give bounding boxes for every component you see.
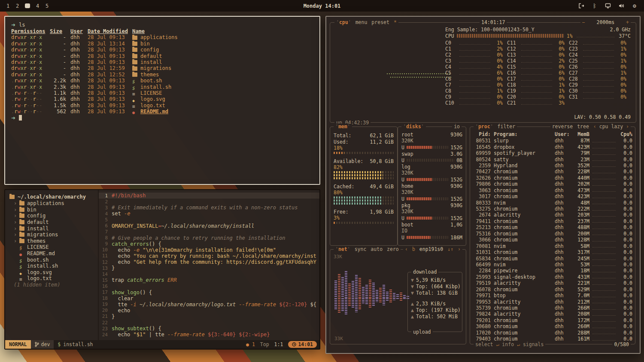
net-auto-button[interactable]: auto (371, 246, 383, 252)
prev-sort-icon[interactable]: ‹ (593, 124, 596, 130)
logout-icon[interactable] (578, 3, 585, 9)
process-row[interactable]: 79411 chromium dhh 237M 0.0 (474, 218, 632, 224)
proc-title[interactable]: proc (478, 124, 490, 130)
file-tree-item[interactable]: › applications (9, 200, 98, 207)
process-cpu: 0.0 (620, 212, 632, 218)
process-cpu-graph (592, 338, 616, 341)
process-row[interactable]: 2674 alacritty dhh 203M 0.0 (474, 212, 632, 218)
process-row[interactable]: 80524 satty dhh 23M 0.0 (474, 156, 632, 162)
scroll-down-icon[interactable]: ↓ (629, 335, 632, 341)
terminal-prompt[interactable]: ➜ (11, 115, 313, 121)
interval-increase-button[interactable]: + (626, 19, 629, 25)
process-row[interactable]: 16545 dropbox dhh 423M 0.0 (474, 144, 632, 150)
process-row[interactable]: 32626 chromium dhh 440M 0.0 (474, 175, 632, 181)
program-header[interactable]: Program: (494, 131, 552, 137)
network-icon[interactable] (605, 3, 611, 9)
process-row[interactable]: 80531 slurp dhh 87M 0.0 (474, 138, 632, 144)
file-permissions: drwxr-xr-x (11, 47, 46, 53)
filter-button[interactable]: filter (498, 124, 516, 130)
mem-title[interactable]: mem (338, 124, 347, 130)
process-row[interactable]: 35739 chromium dhh 266M 0.0 (474, 305, 632, 311)
select-hint[interactable]: select (475, 341, 493, 347)
process-row[interactable]: 79806 chromium dhh 202M 0.0 (474, 181, 632, 187)
net-sync-button[interactable]: sync (355, 246, 367, 252)
process-row[interactable]: 25213 chromium dhh 488M 0.0 (474, 224, 632, 230)
net-zero-button[interactable]: zero (387, 246, 399, 252)
file-tree-item[interactable]: › config (9, 213, 98, 219)
process-user: dhh (555, 330, 568, 336)
file-date: 28 Jul 09:13 (88, 84, 128, 90)
code-line: 23 show_subtext() { (99, 326, 319, 332)
io-mode-button[interactable]: io (452, 124, 462, 130)
process-row[interactable]: 79953 alacritty dhh 212M 0.0 (474, 299, 632, 305)
next-sort-icon[interactable]: › (626, 124, 629, 130)
file-type-icon (132, 109, 137, 114)
process-row[interactable]: 69959 spotify_player dhh 79M 0.0 (474, 150, 632, 156)
file-tree-item[interactable]: › themes (9, 238, 98, 244)
process-row[interactable]: 25993 signal-desktop dhh 431M 0.0 (474, 274, 632, 280)
download-title: download (411, 269, 438, 275)
process-row[interactable]: 3066 chromium dhh 128M 0.0 (474, 237, 632, 243)
tree-button[interactable]: tree (577, 124, 589, 130)
process-row[interactable]: 30680 chromium dhh 260M 0.0 (474, 323, 632, 329)
process-row[interactable]: 79201 chromium dhh 172M 0.0 (474, 317, 632, 323)
process-row[interactable]: 3063 chromium dhh 473M 0.0 (474, 187, 632, 193)
process-row[interactable]: 79971 btop dhh 7.0M 0.0 (474, 293, 632, 299)
interval-decrease-button[interactable]: − (582, 19, 585, 25)
scroll-up-icon[interactable]: ↑ (629, 130, 632, 136)
file-size: - (50, 59, 66, 65)
process-row[interactable]: 53275 chromium dhh 222M 0.0 (474, 206, 632, 212)
volume-icon[interactable] (618, 3, 625, 9)
process-user: dhh (555, 256, 568, 262)
process-row[interactable]: 66499 nvim dhh 53M 0.0 (474, 262, 632, 268)
net-interface-selector[interactable]: ‹b enp191s0 ↓↑› (403, 246, 462, 252)
mem-header[interactable]: MemB (571, 131, 589, 137)
preset-button[interactable]: preset (371, 19, 389, 25)
file-tree-item[interactable]: › logo.txt (9, 275, 98, 282)
gear-icon[interactable]: ⚙ (631, 3, 638, 9)
process-row[interactable]: 70427 chromium dhh 228M 0.0 (474, 169, 632, 175)
process-row[interactable]: 26078 chromium dhh 529M 0.0 (474, 287, 632, 293)
folder-open-icon (9, 195, 15, 199)
file-tree-item[interactable]: › boot.sh (9, 256, 98, 263)
process-row[interactable]: 79824 alacritty dhh 208M 0.0 (474, 311, 632, 317)
sort-mode[interactable]: cpu lazy (599, 124, 623, 130)
file-tree-item[interactable]: › migrations (9, 232, 98, 238)
terminal-prompt[interactable]: ➜ ls (11, 22, 313, 28)
file-name: LICENSE (132, 90, 313, 96)
disk-used-value: 0B (456, 157, 462, 163)
process-row[interactable]: 17020 chromium dhh 288M 0.0 (474, 330, 632, 336)
file-tree-item[interactable]: › install (9, 225, 98, 232)
line-number: 9 (99, 241, 112, 247)
pid-header[interactable]: Pid: (474, 131, 491, 137)
file-tree-item[interactable]: › LICENSE (9, 244, 98, 250)
file-tree-item[interactable]: › default (9, 219, 98, 226)
process-row[interactable]: 80333 nvim dhh 48M 0.0 (474, 199, 632, 205)
process-row[interactable]: 2359 Hyprland dhh 352M 0.0 (474, 163, 632, 169)
process-row[interactable]: 31031 chromium dhh 317M 0.0 (474, 249, 632, 255)
code-editor[interactable]: 1 #!/bin/bash 2 3 # Exit immediately if … (99, 190, 319, 340)
process-row[interactable]: 79519 alacritty dhh 221M 0.0 (474, 280, 632, 286)
bluetooth-icon[interactable]: ᛒ (591, 3, 598, 9)
reverse-button[interactable]: reverse (552, 124, 573, 130)
menu-button[interactable]: menu (355, 19, 368, 25)
signals-hint[interactable]: signals (523, 341, 544, 347)
file-tree-item[interactable]: › logo.svg (9, 269, 98, 276)
ls-file-row: drwxr-xr-x - dhh 28 Jul 13:14 bin (11, 41, 313, 47)
process-row[interactable]: 3017 chromium dhh 423M 0.0 (474, 193, 632, 199)
info-hint[interactable]: info (502, 341, 514, 347)
user-header[interactable]: User: (555, 131, 568, 137)
net-title[interactable]: net (338, 246, 347, 252)
file-tree-root[interactable]: ~/.local/share/omarchy (9, 193, 98, 200)
process-row[interactable]: 65834 chromium dhh 245M 0.0 (474, 255, 632, 261)
file-permissions: .rw-r--r-- (11, 90, 46, 96)
process-row[interactable]: 70081 nvim dhh 58M 0.0 (474, 243, 632, 249)
file-tree-item[interactable]: › bin (9, 207, 98, 213)
disk-used-label: U (401, 157, 404, 163)
disks-title[interactable]: disks (406, 124, 421, 130)
cpu-title[interactable]: cpu (339, 19, 348, 25)
file-tree-item[interactable]: › install.sh (9, 263, 98, 269)
process-row[interactable]: 75316 chromium dhh 200M 0.0 (474, 231, 632, 237)
process-row[interactable]: 2284 pipewire dhh 18M 0.0 (474, 268, 632, 274)
file-tree-item[interactable]: › README.md (9, 250, 98, 257)
